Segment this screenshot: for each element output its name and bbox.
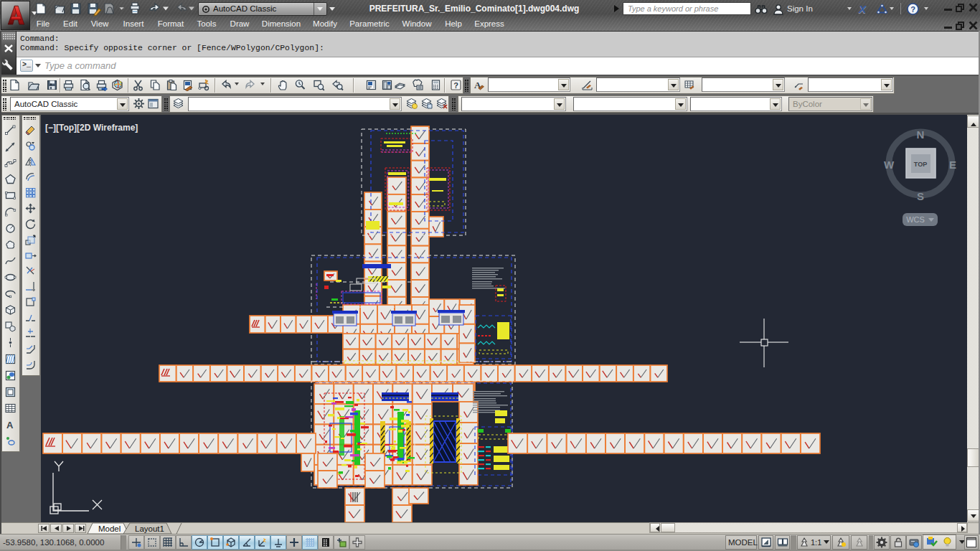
svg-text:WCS: WCS — [906, 215, 925, 224]
svg-text:[−][Top][2D Wireframe]: [−][Top][2D Wireframe] — [45, 123, 138, 133]
svg-text:?: ? — [453, 81, 458, 90]
svg-text:A: A — [6, 420, 14, 430]
svg-text:TOP: TOP — [914, 161, 927, 168]
svg-text:N: N — [917, 128, 925, 141]
svg-text:?: ? — [910, 5, 915, 14]
svg-text:E: E — [949, 159, 956, 171]
svg-text:Layout1: Layout1 — [135, 524, 164, 533]
svg-text:W: W — [884, 159, 895, 171]
svg-text:S: S — [917, 190, 924, 202]
svg-text:Model: Model — [98, 524, 121, 533]
